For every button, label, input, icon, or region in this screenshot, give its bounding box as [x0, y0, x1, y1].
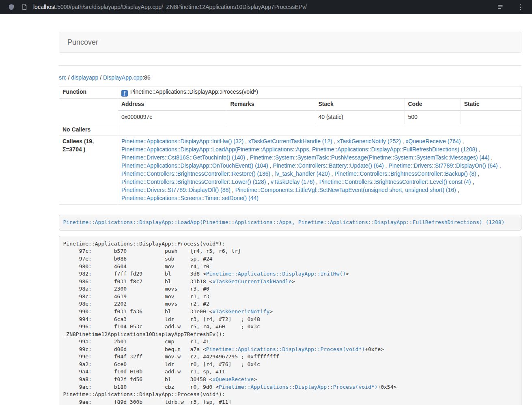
- callee-separator: ,: [266, 179, 271, 185]
- disasm-symbol-link[interactable]: xQueueReceive: [212, 376, 254, 382]
- callee-link[interactable]: Pinetime::Applications::DisplayApp::Init…: [121, 138, 243, 144]
- function-name: Pinetime::Applications::DisplayApp::Proc…: [130, 88, 258, 95]
- callee-link[interactable]: Pinetime::Drivers::St7789::DisplayOff() …: [121, 187, 230, 193]
- reader-mode-icon[interactable]: [495, 2, 505, 12]
- callee-link[interactable]: vTaskDelay (176): [271, 179, 314, 185]
- callee-link[interactable]: Pinetime::Controllers::BrightnessControl…: [121, 170, 270, 177]
- app-brand[interactable]: Puncover: [59, 38, 106, 47]
- code-value: 500: [405, 110, 461, 124]
- callee-separator: ,: [230, 187, 235, 193]
- disasm-symbol-link[interactable]: Pinetime::Applications::DisplayApp::Proc…: [219, 384, 377, 390]
- callee-link[interactable]: Pinetime::Drivers::St7789::DisplayOn() (…: [388, 162, 498, 169]
- function-name-cell: ƒPinetime::Applications::DisplayApp::Pro…: [118, 86, 521, 99]
- metrics-row: Address Remarks Stack Code Static 0x0000…: [59, 99, 521, 124]
- column-header-stack: Stack: [315, 99, 405, 110]
- callee-separator: ,: [384, 162, 389, 169]
- callee-link[interactable]: Pinetime::Applications::Screens::Timer::…: [121, 195, 258, 201]
- address-value: 0x0000097c: [118, 110, 227, 124]
- largest-callee-link[interactable]: Pinetime::Applications::DisplayApp::Load…: [63, 219, 505, 225]
- callee-separator: ,: [270, 170, 275, 177]
- callee-link[interactable]: Pinetime::Drivers::Cst816S::GetTouchInfo…: [121, 154, 245, 161]
- callee-link[interactable]: Pinetime::Components::LittleVgl::SetNewT…: [235, 187, 456, 193]
- url-host: localhost: [33, 4, 56, 10]
- page-container: Puncover src / displayapp / DisplayApp.c…: [59, 32, 521, 405]
- disasm-symbol-link[interactable]: xTaskGetCurrentTaskHandle: [212, 278, 292, 284]
- browser-chrome: localhost:5000/path/src/displayapp/Displ…: [0, 0, 532, 14]
- callee-separator: ,: [461, 138, 464, 144]
- callee-separator: ,: [332, 138, 337, 144]
- callee-separator: ,: [314, 179, 319, 185]
- disasm-symbol-link[interactable]: xTaskGenericNotify: [212, 308, 269, 315]
- disasm-symbol-link[interactable]: Pinetime::Applications::DisplayApp::Init…: [206, 271, 346, 277]
- breadcrumb: src / displayapp / DisplayApp.cpp:86: [59, 74, 521, 81]
- callees-label: Callees (19, Σ=3704 ): [59, 136, 118, 204]
- no-callers-cell: [118, 124, 521, 136]
- callee-separator: ,: [245, 154, 250, 161]
- breadcrumb-link-src[interactable]: src: [59, 74, 67, 81]
- callee-link[interactable]: Pinetime::System::SystemTask::PushMessag…: [250, 154, 490, 161]
- callee-link[interactable]: Pinetime::Applications::DisplayApp::OnTo…: [121, 162, 268, 169]
- stack-value: 40 (static): [315, 110, 405, 124]
- function-row: Function ƒPinetime::Applications::Displa…: [59, 86, 521, 99]
- callee-link[interactable]: xTaskGetCurrentTaskHandle (12): [248, 138, 332, 144]
- callee-link[interactable]: Pinetime::Applications::DisplayApp::Load…: [121, 146, 477, 153]
- callee-link[interactable]: Pinetime::Controllers::Battery::Update()…: [273, 162, 384, 169]
- url-path: :5000/path/src/displayapp/DisplayApp.cpp…: [56, 4, 307, 10]
- no-callers-row: No Callers: [59, 124, 521, 136]
- divider: [59, 65, 521, 66]
- symbol-table: Function ƒPinetime::Applications::Displa…: [59, 86, 521, 205]
- callee-link[interactable]: xQueueReceive (764): [405, 138, 461, 144]
- callee-separator: ,: [489, 154, 493, 161]
- breadcrumb-link-file[interactable]: DisplayApp.cpp: [103, 74, 142, 81]
- callee-separator: ,: [268, 162, 273, 169]
- callee-separator: ,: [456, 187, 459, 193]
- kebab-menu-icon[interactable]: ⋮: [516, 2, 526, 12]
- breadcrumb-link-displayapp[interactable]: displayapp: [71, 74, 98, 81]
- callee-link[interactable]: Pinetime::Controllers::BrightnessControl…: [319, 179, 471, 185]
- callee-separator: ,: [401, 138, 406, 144]
- breadcrumb-separator: /: [98, 74, 103, 81]
- column-header-address: Address: [118, 99, 227, 110]
- static-value: [461, 110, 521, 124]
- function-icon: ƒ: [121, 90, 128, 97]
- no-callers-label: No Callers: [59, 124, 118, 136]
- callee-separator: ,: [476, 170, 480, 177]
- callee-separator: ,: [330, 170, 335, 177]
- callees-row: Callees (19, Σ=3704 ) Pinetime::Applicat…: [59, 136, 521, 204]
- callee-link[interactable]: Pinetime::Controllers::BrightnessControl…: [121, 179, 266, 185]
- callee-link[interactable]: lv_task_handler (420): [275, 170, 330, 177]
- column-header-remarks: Remarks: [227, 99, 315, 110]
- column-header-code: Code: [405, 99, 461, 110]
- callee-separator: ,: [243, 138, 248, 144]
- callee-link[interactable]: xTaskGenericNotify (252): [337, 138, 401, 144]
- remarks-value: [227, 110, 315, 124]
- callee-separator: ,: [498, 162, 501, 169]
- shield-icon[interactable]: [6, 2, 16, 12]
- metrics-value-row: 0x0000097c 40 (static) 500: [118, 110, 521, 124]
- breadcrumb-separator: /: [67, 74, 71, 81]
- address-bar[interactable]: localhost:5000/path/src/displayapp/Displ…: [33, 4, 494, 10]
- callee-separator: ,: [477, 146, 480, 153]
- metrics-table: Address Remarks Stack Code Static 0x0000…: [118, 99, 521, 124]
- callees-cell: Pinetime::Applications::DisplayApp::Init…: [118, 136, 521, 204]
- disassembly-block: Pinetime::Applications::DisplayApp::Proc…: [59, 236, 521, 405]
- page-info-icon[interactable]: [19, 2, 29, 12]
- disasm-symbol-link[interactable]: Pinetime::Applications::DisplayApp::Proc…: [206, 346, 365, 352]
- app-navbar: Puncover: [59, 32, 521, 53]
- largest-callee-highlight: Pinetime::Applications::DisplayApp::Load…: [59, 215, 521, 231]
- metrics-header-row: Address Remarks Stack Code Static: [118, 99, 521, 110]
- breadcrumb-line-number: :86: [142, 74, 150, 81]
- callee-separator: ,: [471, 179, 474, 185]
- function-row-label: Function: [59, 86, 118, 99]
- metrics-cell: Address Remarks Stack Code Static 0x0000…: [118, 99, 521, 124]
- callee-link[interactable]: Pinetime::Controllers::BrightnessControl…: [334, 170, 476, 177]
- column-header-static: Static: [461, 99, 521, 110]
- empty-label-cell: [59, 99, 118, 124]
